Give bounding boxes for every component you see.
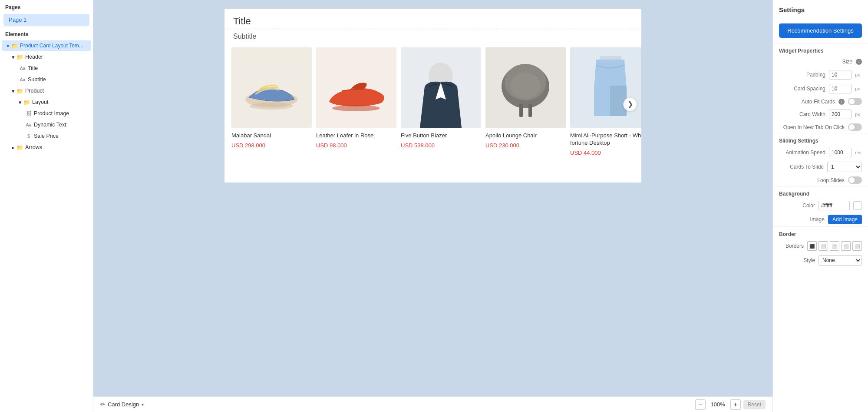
product-card[interactable]: Apollo Lounge ChairUSD 230.000 [485, 47, 566, 156]
text-icon: Aa [25, 121, 32, 128]
product-name: Apollo Lounge Chair [485, 132, 566, 140]
product-name: Malabar Sandal [231, 132, 312, 140]
chevron-down-icon: ▾ [17, 100, 23, 105]
product-name: Five Button Blazer [401, 132, 481, 140]
animation-speed-label: Animation Speed [779, 150, 825, 156]
padding-row: Padding px [773, 68, 868, 82]
auto-fit-info-icon[interactable]: i [838, 99, 845, 105]
tree-item-dynamic-text[interactable]: Aa Dynamic Text [2, 120, 91, 130]
folder-icon: 📁 [23, 99, 30, 106]
padding-input[interactable] [829, 70, 851, 80]
tree-item-subtitle[interactable]: Aa Subtitle [2, 74, 91, 85]
border-title: Border [773, 226, 868, 239]
folder-icon: 📁 [17, 144, 23, 151]
folder-icon: 📁 [11, 42, 18, 49]
widget-properties-title: Widget Properties [773, 43, 868, 56]
tree-item-product-card-layout[interactable]: ▾ 📁 Product Card Layout Tem... [2, 40, 91, 51]
border-left-button[interactable]: ⬜ [852, 241, 862, 251]
color-swatch[interactable] [853, 201, 862, 210]
product-price: USD 230.000 [485, 142, 566, 149]
size-row: Size i [773, 56, 868, 68]
zoom-in-button[interactable]: + [730, 399, 741, 410]
card-design-label: Card Design [108, 401, 139, 408]
sliding-settings-title: Sliding Settings [773, 133, 868, 146]
bottom-bar-left: ✏ Card Design ▾ [100, 401, 144, 408]
tree-item-arrows[interactable]: ▸ 📁 Arrows [2, 142, 91, 153]
product-card-image [570, 47, 641, 128]
product-price: USD 298.000 [231, 142, 312, 149]
tree-item-header[interactable]: ▾ 📁 Header [2, 52, 91, 62]
card-spacing-row: Card Spacing px [773, 82, 868, 96]
svg-rect-11 [528, 104, 532, 117]
auto-fit-cards-row: Auto-Fit Cards i [773, 96, 868, 107]
tree-item-product[interactable]: ▾ 📁 Product [2, 86, 91, 96]
card-spacing-input[interactable] [829, 84, 851, 93]
svg-point-2 [250, 103, 293, 110]
loop-slides-toggle[interactable] [848, 176, 862, 184]
svg-point-4 [332, 105, 380, 111]
product-price: USD 44.000 [570, 150, 641, 156]
left-sidebar: Pages Page 1 Elements ▾ 📁 Product Card L… [0, 0, 93, 412]
color-label: Color [779, 203, 815, 209]
chevron-down-icon: ▾ [10, 88, 16, 93]
chevron-down-icon: ▾ [5, 43, 10, 48]
loop-slides-row: Loop Slides [773, 174, 868, 186]
canvas-widget: Title Subtitle Malabar SandalUSD 298.000… [224, 9, 641, 183]
product-name: Mimi All-Purpose Short - Whee fortune De… [570, 132, 641, 147]
svg-point-12 [510, 73, 541, 99]
svg-rect-15 [594, 86, 611, 116]
card-width-unit: px [855, 112, 862, 117]
border-bottom-button[interactable]: ⬜ [841, 241, 851, 251]
svg-rect-14 [600, 56, 621, 60]
widget-subtitle: Subtitle [224, 29, 641, 46]
open-new-tab-toggle[interactable] [848, 123, 862, 131]
style-select[interactable]: None Solid Dashed Dotted [818, 255, 862, 266]
dropdown-arrow-icon[interactable]: ▾ [142, 402, 144, 407]
size-info-icon[interactable]: i [856, 59, 862, 65]
size-label: Size [779, 59, 852, 65]
card-width-input[interactable] [829, 110, 851, 119]
reset-button[interactable]: Reset [743, 400, 766, 409]
page-1-item[interactable]: Page 1 [3, 14, 89, 26]
product-price: USD 538.000 [401, 142, 481, 149]
pencil-icon: ✏ [100, 401, 105, 408]
elements-title: Elements [0, 27, 93, 40]
borders-row: Borders ⬛ ⬜ ⬜ ⬜ ⬜ [773, 239, 868, 253]
border-all-button[interactable]: ⬛ [807, 241, 817, 251]
auto-fit-cards-toggle[interactable] [848, 98, 862, 105]
color-input[interactable] [818, 201, 850, 210]
animation-speed-input[interactable] [829, 148, 851, 157]
border-right-button[interactable]: ⬜ [830, 241, 839, 251]
cards-to-slide-row: Cards To Slide 1 2 3 [773, 159, 868, 174]
product-card[interactable]: Leather Loafer in RoseUSD 98.000 [316, 47, 396, 156]
folder-icon: 📁 [17, 53, 23, 60]
tree-item-sale-price[interactable]: $ Sale Price [2, 131, 91, 141]
tree-item-product-image[interactable]: 🖼 Product Image [2, 108, 91, 119]
folder-icon: 📁 [17, 87, 23, 94]
product-card[interactable]: Malabar SandalUSD 298.000 [231, 47, 312, 156]
open-new-tab-row: Open In New Tab On Click [773, 121, 868, 133]
text-icon: Aa [19, 65, 26, 72]
add-image-button[interactable]: Add Image [828, 215, 862, 224]
bottom-bar-right: − 100% + Reset [695, 399, 766, 410]
svg-rect-10 [519, 104, 523, 117]
settings-header: Settings [773, 0, 868, 18]
card-width-label: Card Width [779, 111, 825, 117]
border-top-button[interactable]: ⬜ [818, 241, 828, 251]
product-card[interactable]: Five Button BlazerUSD 538.000 [401, 47, 481, 156]
recommendation-settings-button[interactable]: Recommendation Settings [779, 23, 862, 38]
tree-item-title[interactable]: Aa Title [2, 63, 91, 73]
product-card-image [316, 47, 396, 128]
card-width-row: Card Width px [773, 107, 868, 121]
main-canvas: Title Subtitle Malabar SandalUSD 298.000… [93, 0, 772, 412]
right-sidebar: Settings Recommendation Settings Widget … [772, 0, 868, 412]
cards-to-slide-select[interactable]: 1 2 3 [827, 162, 862, 172]
tree-item-layout[interactable]: ▾ 📁 Layout [2, 97, 91, 107]
background-title: Background [773, 186, 868, 199]
image-row: Image Add Image [773, 213, 868, 226]
price-icon: $ [25, 133, 32, 140]
cards-to-slide-label: Cards To Slide [779, 164, 824, 170]
product-card-image [485, 47, 566, 128]
next-arrow-button[interactable]: ❯ [623, 97, 637, 111]
zoom-out-button[interactable]: − [695, 399, 706, 410]
